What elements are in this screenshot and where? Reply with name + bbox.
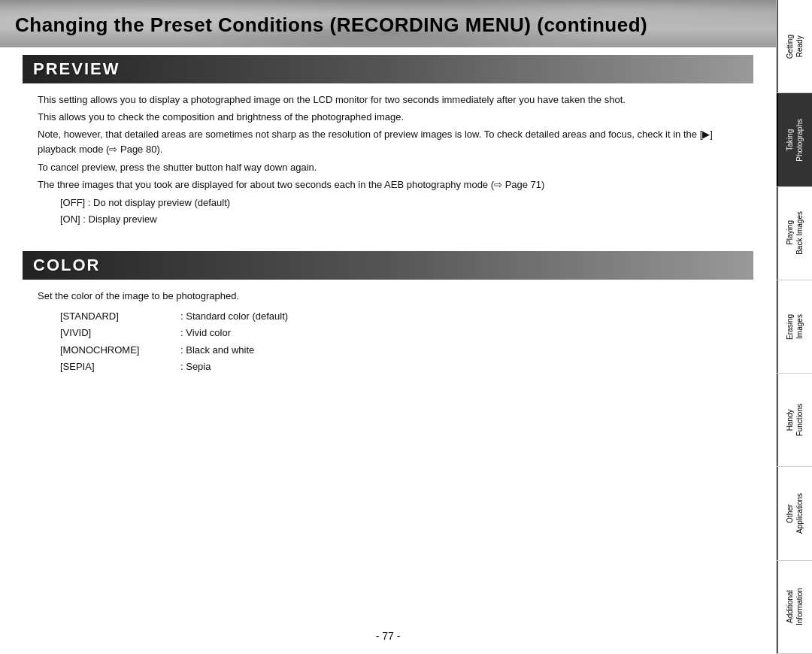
sidebar-item-erasing-images[interactable]: ErasingImages [777,280,812,374]
preview-on-label: [ON] [60,213,80,225]
preview-para-4: To cancel preview, press the shutter but… [38,160,738,175]
sidebar-label-other-applications: OtherApplications [785,493,804,534]
sidebar-divider [777,187,778,280]
monochrome-desc: : Black and white [180,342,288,359]
sidebar-divider [777,0,778,92]
preview-off-item: [OFF] : Do not display preview (default) [60,195,738,210]
preview-para-5: The three images that you took are displ… [38,177,738,192]
preview-para-1: This setting allows you to display a pho… [38,92,738,107]
preview-para-2: This allows you to check the composition… [38,110,738,125]
preview-on-desc: : Display preview [83,213,156,225]
table-row: [SEPIA] : Sepia [60,359,288,375]
color-heading: COLOR [33,256,100,275]
sepia-desc: : Sepia [180,359,288,375]
sidebar-label-getting-ready: GettingReady [785,35,804,59]
vivid-label: [VIVID] [60,325,180,341]
table-row: [STANDARD] : Standard color (default) [60,308,288,325]
main-content: Changing the Preset Conditions (RECORDIN… [0,0,776,654]
sidebar-label-erasing-images: ErasingImages [785,314,804,340]
sidebar-divider [777,467,778,559]
page-number: - 77 - [0,622,776,654]
page-header: Changing the Preset Conditions (RECORDIN… [0,0,776,47]
sidebar-label-handy-functions: HandyFunctions [785,404,804,436]
preview-heading: PREVIEW [33,59,120,79]
sidebar-item-playing-back-images[interactable]: PlayingBack Images [777,187,812,280]
preview-off-desc: : Do not display preview (default) [88,197,230,208]
preview-section-header: PREVIEW [23,55,753,83]
vivid-desc: : Vivid color [180,325,288,341]
sidebar-divider [777,93,778,186]
preview-para-3: Note, however, that detailed areas are s… [38,127,738,157]
standard-label: [STANDARD] [60,308,180,325]
color-section: COLOR Set the color of the image to be p… [23,251,753,383]
preview-options: [OFF] : Do not display preview (default)… [60,195,738,227]
color-intro: Set the color of the image to be photogr… [38,289,738,304]
sidebar-label-playing-back-images: PlayingBack Images [785,211,804,255]
color-section-header: COLOR [23,251,753,280]
content-body: PREVIEW This setting allows you to displ… [0,47,776,622]
sidebar-item-other-applications[interactable]: OtherApplications [777,467,812,560]
color-table: [STANDARD] : Standard color (default) [V… [60,308,288,375]
sidebar-label-taking-photographs: TakingPhotographs [785,119,804,162]
table-row: [MONOCHROME] : Black and white [60,342,288,359]
sidebar-divider [777,280,778,373]
sidebar-item-getting-ready[interactable]: GettingReady [777,0,812,93]
sidebar-item-taking-photographs[interactable]: TakingPhotographs [777,93,812,186]
sidebar-item-additional-information[interactable]: AdditionalInformation [777,561,812,654]
sidebar: GettingReady TakingPhotographs PlayingBa… [776,0,812,654]
standard-desc: : Standard color (default) [180,308,288,325]
sidebar-divider [777,561,778,653]
sidebar-divider [777,374,778,466]
color-content: Set the color of the image to be photogr… [23,289,753,383]
preview-off-label: [OFF] [60,197,85,208]
preview-content: This setting allows you to display a pho… [23,92,753,236]
table-row: [VIVID] : Vivid color [60,325,288,341]
sidebar-label-additional-information: AdditionalInformation [785,588,804,625]
page-title: Changing the Preset Conditions (RECORDIN… [15,14,761,37]
preview-section: PREVIEW This setting allows you to displ… [23,55,753,236]
monochrome-label: [MONOCHROME] [60,342,180,359]
preview-on-item: [ON] : Display preview [60,212,738,227]
sepia-label: [SEPIA] [60,359,180,375]
sidebar-item-handy-functions[interactable]: HandyFunctions [777,374,812,467]
